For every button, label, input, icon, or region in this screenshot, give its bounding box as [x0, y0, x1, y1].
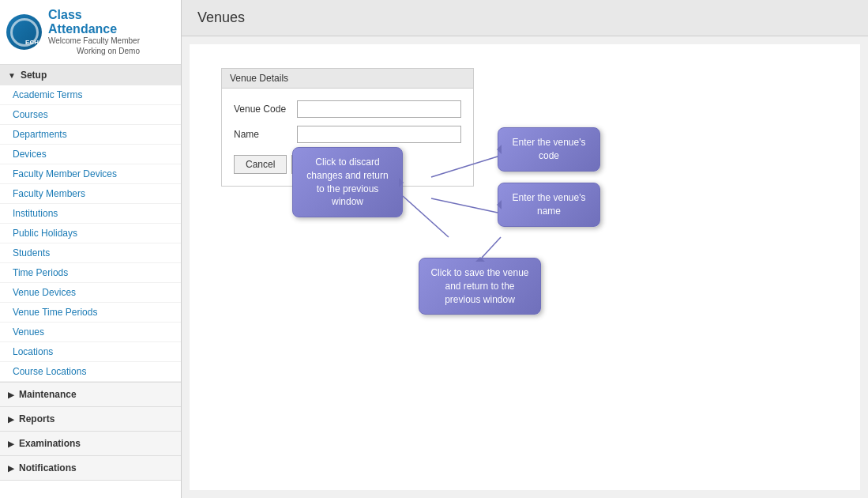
venue-name-tooltip: Enter the venue's name	[498, 183, 600, 227]
page-title-bar: Venues	[182, 0, 868, 36]
setup-section: ▼ Setup Academic Terms Courses Departmen…	[0, 65, 181, 383]
sidebar-item-public-holidays[interactable]: Public Holidays	[0, 224, 181, 243]
sidebar-scroll: ▼ Setup Academic Terms Courses Departmen…	[0, 65, 181, 498]
reports-label: Reports	[19, 413, 54, 424]
venue-code-label: Venue Code	[234, 104, 297, 115]
notifications-header[interactable]: ▶ Notifications	[0, 456, 181, 481]
sidebar-item-course-locations[interactable]: Course Locations	[0, 362, 181, 382]
examinations-label: Examinations	[19, 438, 81, 449]
app-logo: ECH	[6, 14, 42, 50]
maintenance-label: Maintenance	[19, 389, 77, 400]
venue-code-row: Venue Code	[234, 100, 461, 118]
notifications-label: Notifications	[19, 462, 77, 473]
sidebar: ECH Class Attendance Welcome Faculty Mem…	[0, 0, 182, 498]
examinations-arrow-icon: ▶	[8, 440, 14, 448]
svg-line-2	[431, 198, 498, 213]
logo-text: ECH	[25, 39, 39, 46]
svg-line-3	[482, 237, 501, 258]
sidebar-item-time-periods[interactable]: Time Periods	[0, 263, 181, 283]
app-header: ECH Class Attendance Welcome Faculty Mem…	[0, 0, 181, 65]
save-tooltip: Click to save the venue and return to th…	[419, 258, 541, 315]
reports-header[interactable]: ▶ Reports	[0, 407, 181, 432]
maintenance-header[interactable]: ▶ Maintenance	[0, 383, 181, 407]
app-subtitle: Welcome Faculty Member Working on Demo	[48, 36, 140, 56]
main-content: Venues Venue Details Venue Code Name Can…	[182, 0, 868, 498]
cancel-tooltip: Click to discard changes and return to t…	[292, 147, 403, 217]
svg-line-0	[403, 196, 449, 237]
app-title: Class Attendance	[48, 8, 140, 36]
panel-title: Venue Details	[222, 69, 473, 89]
sidebar-item-courses[interactable]: Courses	[0, 105, 181, 125]
setup-arrow-icon: ▼	[8, 71, 16, 80]
sidebar-item-students[interactable]: Students	[0, 243, 181, 263]
examinations-header[interactable]: ▶ Examinations	[0, 432, 181, 456]
notifications-arrow-icon: ▶	[8, 464, 14, 473]
sidebar-item-venue-devices[interactable]: Venue Devices	[0, 283, 181, 303]
sidebar-item-institutions[interactable]: Institutions	[0, 204, 181, 224]
app-title-block: Class Attendance Welcome Faculty Member …	[48, 8, 140, 56]
setup-label: Setup	[21, 70, 47, 81]
sidebar-item-faculty-members[interactable]: Faculty Members	[0, 184, 181, 204]
sidebar-item-devices[interactable]: Devices	[0, 145, 181, 164]
sidebar-item-academic-terms[interactable]: Academic Terms	[0, 85, 181, 105]
name-row: Name	[234, 126, 461, 143]
content-area: Venue Details Venue Code Name Cancel Sav…	[190, 44, 860, 490]
maintenance-arrow-icon: ▶	[8, 390, 14, 399]
sidebar-item-locations[interactable]: Locations	[0, 342, 181, 362]
cancel-button[interactable]: Cancel	[234, 155, 287, 174]
reports-arrow-icon: ▶	[8, 415, 14, 424]
venue-code-tooltip: Enter the venue's code	[498, 127, 600, 172]
sidebar-item-departments[interactable]: Departments	[0, 125, 181, 145]
sidebar-item-faculty-member-devices[interactable]: Faculty Member Devices	[0, 164, 181, 184]
setup-header[interactable]: ▼ Setup	[0, 65, 181, 85]
sidebar-item-venue-time-periods[interactable]: Venue Time Periods	[0, 303, 181, 323]
name-input[interactable]	[297, 126, 461, 143]
sidebar-item-venues[interactable]: Venues	[0, 323, 181, 342]
name-label: Name	[234, 129, 297, 140]
venue-code-input[interactable]	[297, 100, 461, 118]
page-title: Venues	[197, 9, 852, 26]
